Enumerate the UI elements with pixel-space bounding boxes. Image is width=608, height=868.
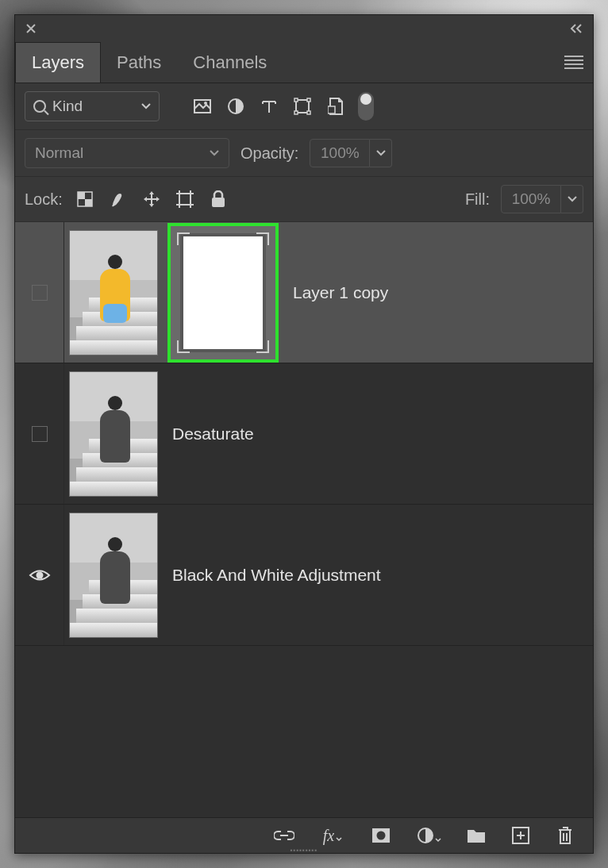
blend-opacity-row: Normal Opacity: 100% <box>15 130 593 177</box>
tab-channels[interactable]: Channels <box>177 42 283 83</box>
svg-rect-11 <box>85 199 92 206</box>
close-panel-icon[interactable] <box>23 21 39 36</box>
svg-rect-8 <box>328 106 335 113</box>
layer-fx-icon[interactable]: fx <box>318 825 347 846</box>
delete-layer-icon[interactable] <box>555 825 575 846</box>
svg-point-14 <box>36 571 43 578</box>
svg-rect-13 <box>212 198 225 207</box>
filter-toggle[interactable] <box>358 92 374 121</box>
layer-name[interactable]: Layer 1 copy <box>293 283 388 302</box>
tab-paths[interactable]: Paths <box>101 42 177 83</box>
svg-rect-4 <box>294 98 298 102</box>
filter-type-label: Kind <box>52 98 83 115</box>
svg-rect-6 <box>294 111 298 114</box>
panel-titlebar <box>15 15 593 42</box>
lock-all-icon[interactable] <box>207 188 229 210</box>
layer-mask-thumbnail[interactable] <box>167 223 279 363</box>
add-mask-icon[interactable] <box>371 825 391 846</box>
fill-input[interactable]: 100% <box>501 185 561 213</box>
layer-visibility-toggle[interactable] <box>15 363 64 504</box>
opacity-dropdown-button[interactable] <box>370 139 392 167</box>
blend-mode-select[interactable]: Normal <box>25 138 229 168</box>
panel-menu-icon[interactable] <box>564 56 583 70</box>
lock-transparency-icon[interactable] <box>74 188 96 210</box>
new-layer-icon[interactable] <box>510 825 531 846</box>
fill-dropdown-button[interactable] <box>561 185 583 213</box>
filter-adjustment-icon[interactable] <box>225 95 247 117</box>
layer-visibility-toggle[interactable] <box>15 222 64 363</box>
layer-filter-row: Kind <box>15 83 593 130</box>
opacity-label: Opacity: <box>241 144 298 163</box>
search-icon <box>33 100 46 113</box>
layer-name[interactable]: Desaturate <box>172 424 254 444</box>
panel-tabs: Layers Paths Channels <box>15 42 593 83</box>
layer-thumbnail[interactable] <box>69 513 158 638</box>
layers-panel: Layers Paths Channels Kind <box>14 14 594 854</box>
lock-label: Lock: <box>25 190 63 209</box>
toggle-knob <box>360 94 371 105</box>
fill-label: Fill: <box>465 190 490 209</box>
layer-thumbnail[interactable] <box>69 371 158 497</box>
add-adjustment-icon[interactable] <box>415 825 442 846</box>
chevron-down-icon <box>210 150 219 156</box>
resize-grip[interactable]: ▪▪▪▪▪▪▪▪▪ <box>276 847 332 853</box>
lock-paint-icon[interactable] <box>107 188 129 210</box>
layer-visibility-toggle[interactable] <box>15 505 64 645</box>
svg-point-16 <box>377 832 386 840</box>
chevron-down-icon <box>141 103 151 109</box>
filter-pixel-icon[interactable] <box>191 95 214 117</box>
layer-row[interactable]: Black And White Adjustment <box>15 505 593 646</box>
lock-artboard-icon[interactable] <box>174 188 196 210</box>
link-layers-icon[interactable] <box>274 825 294 846</box>
filter-shape-icon[interactable] <box>291 95 314 117</box>
filter-type-icon[interactable] <box>258 95 280 117</box>
layer-row[interactable]: Desaturate <box>15 363 593 505</box>
svg-rect-12 <box>179 194 190 205</box>
svg-rect-5 <box>307 98 310 102</box>
layer-row[interactable]: Layer 1 copy <box>15 222 593 363</box>
lock-fill-row: Lock: Fill: 100% <box>15 177 593 222</box>
svg-point-1 <box>204 102 207 105</box>
layers-list: Layer 1 copy Desaturate <box>15 222 593 818</box>
layer-name[interactable]: Black And White Adjustment <box>172 566 381 585</box>
layer-thumbnail[interactable] <box>69 230 158 355</box>
opacity-input[interactable]: 100% <box>310 139 370 167</box>
filter-smartobject-icon[interactable] <box>325 95 347 117</box>
lock-position-icon[interactable] <box>140 188 163 210</box>
filter-type-select[interactable]: Kind <box>25 91 160 121</box>
collapse-panel-icon[interactable] <box>569 21 585 36</box>
blend-mode-value: Normal <box>35 144 83 162</box>
svg-rect-7 <box>307 111 310 114</box>
svg-rect-10 <box>78 192 85 199</box>
new-group-icon[interactable] <box>466 825 487 846</box>
visibility-off-icon <box>32 285 48 301</box>
tab-layers[interactable]: Layers <box>15 42 101 83</box>
visibility-off-icon <box>32 426 48 442</box>
visibility-on-icon <box>29 568 51 582</box>
